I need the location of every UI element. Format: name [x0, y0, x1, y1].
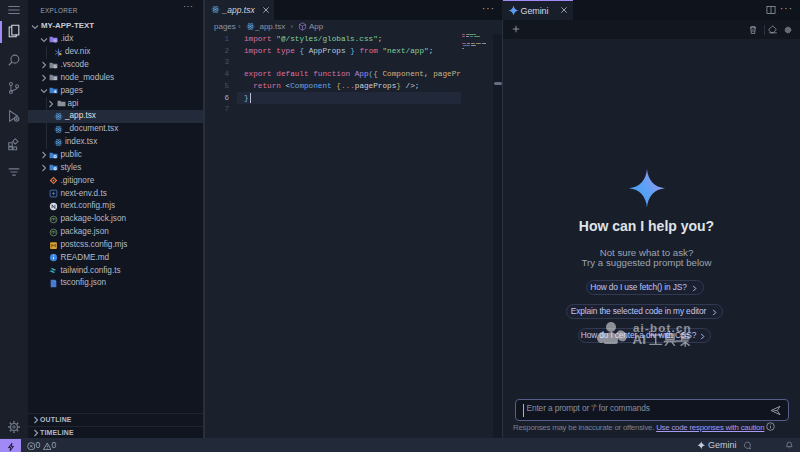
svg-text:AI: AI	[633, 332, 646, 347]
